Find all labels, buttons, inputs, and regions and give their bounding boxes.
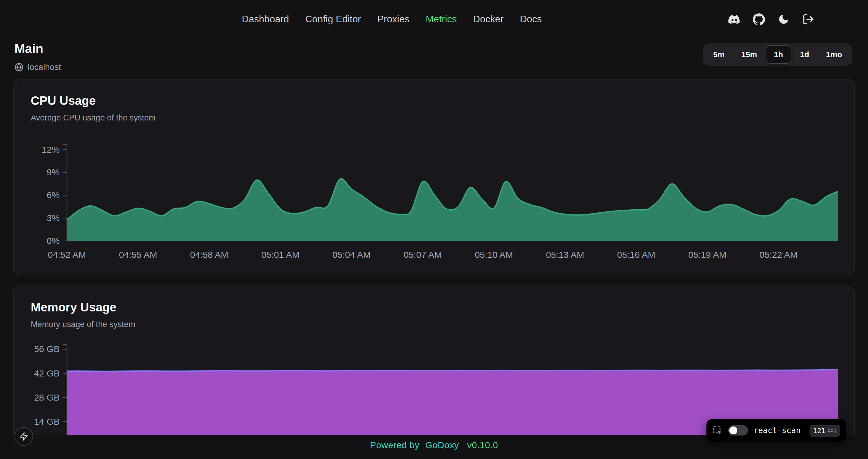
time-range-5m[interactable]: 5m	[705, 45, 733, 64]
svg-text:28 GB: 28 GB	[34, 392, 60, 402]
inspect-icon	[712, 425, 723, 435]
page-title: Main	[14, 41, 43, 56]
svg-text:05:04 AM: 05:04 AM	[333, 250, 371, 260]
globe-icon	[14, 62, 24, 71]
svg-text:04:55 AM: 04:55 AM	[119, 250, 157, 260]
metrics-page: Dashboard Config Editor Proxies Metrics …	[0, 0, 868, 459]
fps-value: 121	[813, 426, 826, 435]
main-nav: Dashboard Config Editor Proxies Metrics …	[242, 0, 542, 38]
cpu-card-subtitle: Average CPU usage of the system	[31, 113, 854, 122]
version-link[interactable]: v0.10.0	[467, 440, 498, 450]
github-icon	[753, 13, 765, 25]
svg-text:9%: 9%	[47, 167, 60, 177]
fps-badge: 121 FPS	[809, 424, 840, 436]
cpu-usage-chart[interactable]: 0%3%6%9%12%04:52 AM04:55 AM04:58 AM05:01…	[31, 140, 838, 260]
time-range-1mo[interactable]: 1mo	[818, 45, 850, 64]
powered-by-label: Powered by	[370, 440, 420, 450]
nav-metrics[interactable]: Metrics	[426, 14, 457, 25]
svg-text:05:13 AM: 05:13 AM	[546, 250, 584, 260]
discord-button[interactable]	[727, 13, 741, 26]
toggle-knob	[730, 426, 737, 434]
nav-dashboard[interactable]: Dashboard	[242, 14, 289, 25]
zap-icon	[19, 432, 28, 441]
svg-text:42 GB: 42 GB	[34, 368, 60, 378]
memory-card-subtitle: Memory usage of the system	[31, 320, 854, 329]
svg-text:05:10 AM: 05:10 AM	[475, 250, 513, 260]
react-scan-label: react-scan	[753, 426, 801, 435]
svg-text:6%: 6%	[47, 190, 60, 200]
nav-docker[interactable]: Docker	[473, 14, 504, 25]
react-scan-inspect-button[interactable]	[712, 425, 723, 435]
svg-text:05:07 AM: 05:07 AM	[404, 250, 442, 260]
svg-text:04:58 AM: 04:58 AM	[190, 250, 228, 260]
time-range-1d[interactable]: 1d	[792, 45, 817, 64]
cpu-usage-card: CPU Usage Average CPU usage of the syste…	[13, 79, 855, 275]
svg-text:05:22 AM: 05:22 AM	[760, 250, 798, 260]
svg-text:05:16 AM: 05:16 AM	[617, 250, 655, 260]
svg-text:56 GB: 56 GB	[34, 344, 60, 354]
github-button[interactable]	[752, 13, 766, 26]
nav-config-editor[interactable]: Config Editor	[305, 14, 361, 25]
svg-text:05:01 AM: 05:01 AM	[261, 250, 300, 260]
host-row: localhost	[14, 62, 61, 72]
time-range-1h[interactable]: 1h	[766, 45, 792, 64]
logout-button[interactable]	[802, 13, 815, 26]
topbar-actions	[727, 0, 815, 38]
moon-icon	[778, 13, 789, 25]
svg-text:04:52 AM: 04:52 AM	[48, 250, 86, 260]
host-label: localhost	[28, 62, 61, 72]
svg-text:12%: 12%	[41, 144, 60, 155]
svg-text:14 GB: 14 GB	[34, 417, 60, 426]
time-range-15m[interactable]: 15m	[733, 45, 766, 64]
svg-text:3%: 3%	[47, 213, 60, 223]
godoxy-link[interactable]: GoDoxy	[425, 440, 459, 450]
fps-unit: FPS	[827, 429, 837, 434]
cpu-card-title: CPU Usage	[31, 94, 854, 108]
memory-card-title: Memory Usage	[31, 301, 854, 315]
nav-docs[interactable]: Docs	[520, 14, 542, 25]
svg-text:05:19 AM: 05:19 AM	[688, 250, 727, 260]
logout-icon	[802, 13, 814, 25]
svg-text:0%: 0%	[47, 236, 60, 246]
react-scan-toggle[interactable]	[728, 425, 748, 435]
time-range-selector: 5m 15m 1h 1d 1mo	[703, 43, 852, 66]
quick-actions-button[interactable]	[14, 427, 33, 446]
react-scan-widget[interactable]: react-scan 121 FPS	[707, 419, 846, 441]
discord-icon	[728, 13, 740, 25]
nav-proxies[interactable]: Proxies	[377, 14, 410, 25]
theme-toggle-button[interactable]	[777, 13, 790, 26]
